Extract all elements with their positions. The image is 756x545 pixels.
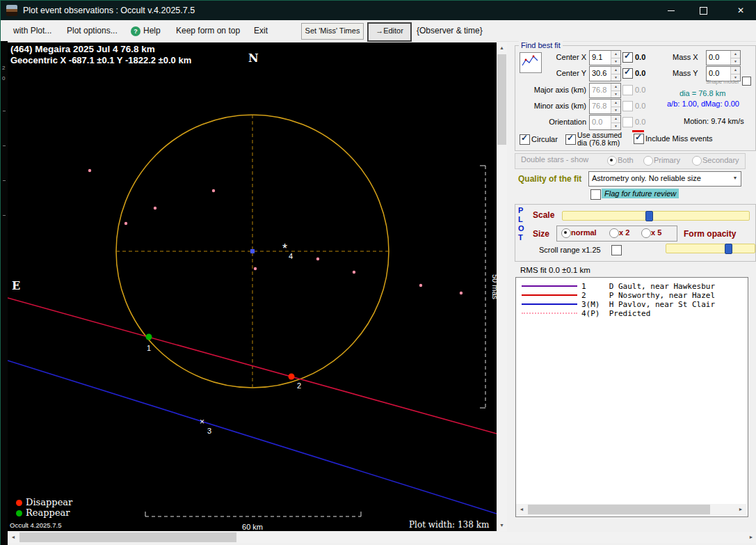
orientation-fit-checkbox[interactable] bbox=[622, 117, 633, 127]
plot-header-event: (464) Megaira 2025 Jul 4 76.8 km bbox=[10, 44, 155, 54]
mass-y-label: Mass Y bbox=[673, 69, 698, 77]
menu-exit[interactable]: Exit bbox=[254, 26, 268, 35]
circular-checkbox[interactable] bbox=[520, 134, 530, 145]
motion-readout: Motion: 9.74 km/s bbox=[684, 117, 744, 125]
quality-dropdown[interactable]: Astrometry only. No reliable size ▼ bbox=[588, 171, 741, 187]
minimize-button[interactable] bbox=[655, 1, 687, 20]
chord-2-label: 2 bbox=[297, 381, 301, 390]
minor-axis-spinner[interactable]: 76.8 ▲▼ bbox=[589, 99, 621, 114]
mas-scale-bracket bbox=[480, 166, 485, 408]
chord-color-sample bbox=[522, 285, 577, 287]
flag-review-checkbox[interactable] bbox=[590, 189, 601, 200]
use-assumed-dia-checkbox[interactable] bbox=[565, 134, 576, 145]
close-button[interactable]: ✕ bbox=[725, 1, 756, 20]
major-axis-fit-checkbox[interactable] bbox=[622, 85, 633, 95]
observer-row-text: 1 D Gault, near Hawkesbur bbox=[581, 282, 715, 291]
scroll-range-checkbox[interactable] bbox=[611, 245, 622, 255]
menu-help[interactable]: Help bbox=[143, 26, 161, 35]
orientation-spinner[interactable]: 0.0 ▲▼ bbox=[589, 115, 621, 130]
spin-up-icon[interactable]: ▲ bbox=[611, 84, 620, 90]
spin-up-icon[interactable]: ▲ bbox=[731, 51, 740, 58]
menu-keep-on-top[interactable]: Keep form on top bbox=[176, 26, 240, 35]
size-label: Size bbox=[533, 229, 549, 239]
scrollbar-thumb[interactable] bbox=[19, 532, 236, 542]
listbox-horizontal-scrollbar[interactable]: ◄ ► bbox=[516, 504, 746, 515]
background-window-fragment bbox=[3, 111, 6, 111]
major-axis-spinner[interactable]: 76.8 ▲▼ bbox=[589, 83, 621, 98]
spin-up-icon[interactable]: ▲ bbox=[611, 100, 620, 106]
spin-up-icon[interactable]: ▲ bbox=[611, 116, 620, 123]
spin-up-icon[interactable]: ▲ bbox=[611, 67, 620, 74]
spin-down-icon[interactable]: ▼ bbox=[611, 106, 620, 114]
observer-row-text: 3(M) H Pavlov, near St Clair bbox=[581, 300, 715, 309]
major-axis-error: 0.0 bbox=[635, 86, 645, 94]
size-normal-radio[interactable] bbox=[561, 228, 571, 238]
spin-down-icon[interactable]: ▼ bbox=[611, 123, 620, 130]
background-window-fragment: 2 bbox=[2, 65, 5, 71]
double-stars-secondary-label: Secondary bbox=[702, 156, 739, 164]
set-miss-times-button[interactable]: Set 'Miss' Times bbox=[301, 23, 364, 40]
predicted-dot bbox=[124, 222, 127, 225]
observer-listbox[interactable]: 1 D Gault, near Hawkesbur 2 P Nosworthy,… bbox=[515, 277, 748, 517]
spin-down-icon[interactable]: ▼ bbox=[731, 58, 740, 65]
occultation-plot-canvas[interactable]: 1 2 × 3 * 4 50 mas 60 km bbox=[8, 42, 497, 531]
center-y-spinner[interactable]: 30.6 ▲▼ bbox=[589, 66, 621, 81]
scroll-left-icon[interactable]: ◄ bbox=[516, 504, 527, 515]
chord-color-sample bbox=[522, 313, 577, 314]
scrollbar-thumb[interactable] bbox=[497, 54, 506, 145]
window-horizontal-scrollbar[interactable]: ◄ ► bbox=[8, 532, 756, 543]
spin-down-icon[interactable]: ▼ bbox=[611, 58, 620, 65]
include-miss-checkbox[interactable] bbox=[634, 134, 644, 144]
legend-reappear-label: Reappear bbox=[26, 507, 70, 518]
center-x-fit-checkbox[interactable] bbox=[622, 52, 633, 63]
scroll-right-icon[interactable]: ► bbox=[735, 504, 746, 515]
center-y-fit-checkbox[interactable] bbox=[622, 68, 633, 79]
version-label: Occult 4.2025.7.5 bbox=[10, 521, 61, 529]
chevron-down-icon[interactable]: ▼ bbox=[730, 172, 741, 184]
maximize-button[interactable] bbox=[687, 1, 719, 20]
quality-value: Astrometry only. No reliable size bbox=[592, 174, 701, 182]
plot-vertical-scrollbar[interactable]: ▲ ▼ bbox=[497, 42, 507, 531]
form-opacity-slider[interactable] bbox=[666, 244, 755, 253]
spin-up-icon[interactable]: ▲ bbox=[731, 67, 740, 74]
scroll-down-icon[interactable]: ▼ bbox=[497, 520, 507, 531]
title-bar[interactable]: Plot event observations : Occult v.4.202… bbox=[1, 1, 756, 20]
spin-up-icon[interactable]: ▲ bbox=[611, 51, 620, 58]
include-miss-label: Include Miss events bbox=[645, 134, 713, 143]
menu-with-plot[interactable]: with Plot... bbox=[13, 26, 51, 35]
predicted-dot bbox=[460, 292, 463, 294]
double-stars-both-radio[interactable] bbox=[607, 156, 617, 166]
plot-letter-t: T bbox=[518, 233, 523, 242]
scroll-right-icon[interactable]: ► bbox=[746, 532, 756, 543]
form-opacity-slider-thumb[interactable] bbox=[725, 244, 732, 254]
mass-x-spinner[interactable]: 0.0 ▲▼ bbox=[706, 50, 741, 65]
use-assumed-label-line2: dia (76.8 km) bbox=[577, 139, 620, 147]
scale-slider-thumb[interactable] bbox=[645, 211, 653, 221]
scroll-up-icon[interactable]: ▲ bbox=[497, 42, 507, 54]
center-x-spinner[interactable]: 9.1 ▲▼ bbox=[589, 50, 621, 65]
size-x5-radio[interactable] bbox=[641, 228, 651, 238]
background-window-fragment: 0 bbox=[2, 75, 5, 81]
app-icon bbox=[6, 5, 17, 16]
predicted-dot bbox=[212, 189, 215, 192]
editor-button[interactable]: →Editor bbox=[367, 22, 412, 42]
size-x2-radio[interactable] bbox=[609, 228, 619, 238]
scale-slider[interactable] bbox=[562, 211, 750, 221]
minor-axis-fit-checkbox[interactable] bbox=[622, 101, 633, 111]
double-stars-primary-radio[interactable] bbox=[643, 156, 653, 166]
spin-down-icon[interactable]: ▼ bbox=[611, 74, 620, 81]
east-label: E bbox=[12, 279, 20, 292]
fit-chart-button[interactable] bbox=[520, 52, 542, 73]
scroll-left-icon[interactable]: ◄ bbox=[8, 532, 19, 543]
menu-plot-options[interactable]: Plot options... bbox=[67, 26, 118, 35]
reappear-event-dot bbox=[146, 334, 152, 340]
shape-model-checkbox[interactable] bbox=[742, 77, 751, 86]
scrollbar-thumb[interactable] bbox=[528, 505, 710, 514]
center-y-error: 0.0 bbox=[635, 69, 645, 77]
double-stars-secondary-radio[interactable] bbox=[692, 156, 702, 166]
spin-down-icon[interactable]: ▼ bbox=[611, 90, 620, 98]
km-scale-bracket bbox=[145, 512, 361, 516]
background-window-fragment bbox=[3, 215, 6, 216]
quality-label: Quality of the fit bbox=[518, 174, 581, 184]
double-stars-primary-label: Primary bbox=[654, 156, 680, 164]
